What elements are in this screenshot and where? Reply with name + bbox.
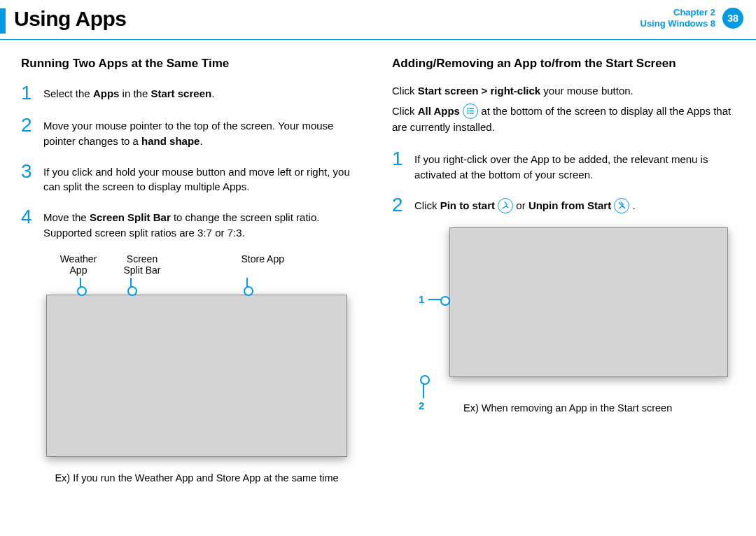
text: If you click and hold your mouse button … bbox=[43, 162, 364, 195]
page-header: Using Apps Chapter 2 Using Windows 8 38 bbox=[0, 0, 756, 39]
label-store: Store App bbox=[241, 253, 285, 265]
text: . bbox=[633, 199, 636, 211]
text: in the bbox=[119, 87, 150, 99]
page-title: Using Apps bbox=[14, 7, 127, 31]
page-number-badge: 38 bbox=[722, 8, 743, 29]
pin-icon bbox=[498, 198, 513, 213]
callout-pointer bbox=[80, 278, 81, 293]
svg-point-2 bbox=[468, 111, 468, 111]
header-meta: Chapter 2 Using Windows 8 38 bbox=[640, 7, 744, 30]
callout-pointer bbox=[130, 278, 132, 293]
callout-number-2: 2 bbox=[419, 400, 424, 411]
chapter-label: Chapter 2 bbox=[640, 7, 716, 18]
unpin-icon bbox=[614, 198, 629, 213]
text: Click bbox=[414, 199, 440, 211]
figure-caption: Ex) When removing an App in the Start sc… bbox=[463, 402, 728, 414]
text: . bbox=[200, 135, 202, 147]
label-split-l1: Screen bbox=[127, 253, 158, 265]
bold: Pin to start bbox=[440, 199, 495, 211]
bold: Unpin from Start bbox=[528, 199, 611, 211]
left-step-1: 1 Select the Apps in the Start screen. bbox=[21, 83, 364, 103]
right-column: Adding/Removing an App to/from the Start… bbox=[392, 57, 735, 484]
callout-pointer bbox=[423, 379, 424, 398]
step-number: 4 bbox=[21, 207, 36, 241]
left-step-3: 3 If you click and hold your mouse butto… bbox=[21, 162, 364, 195]
bold: Screen Split Bar bbox=[90, 211, 171, 223]
bold: hand shape bbox=[141, 135, 200, 147]
callout-pointer bbox=[428, 299, 447, 300]
text: your mouse button. bbox=[540, 85, 634, 97]
text: If you right-click over the App to be ad… bbox=[414, 149, 735, 183]
right-step-2: 2 Click Pin to start or Unpin from Start… bbox=[392, 195, 735, 215]
callout-pointer bbox=[246, 278, 248, 293]
right-step-1: 1 If you right-click over the App to be … bbox=[392, 149, 735, 183]
screenshot-placeholder bbox=[46, 295, 347, 457]
step-number: 1 bbox=[392, 149, 407, 183]
text: or bbox=[516, 199, 528, 211]
step-number: 2 bbox=[21, 115, 36, 149]
text: . bbox=[211, 87, 214, 99]
screenshot-placeholder bbox=[449, 227, 728, 377]
step-number: 3 bbox=[21, 162, 36, 195]
callout-number-1: 1 bbox=[419, 293, 424, 305]
right-heading: Adding/Removing an App to/from the Start… bbox=[392, 57, 735, 71]
all-apps-icon bbox=[463, 104, 478, 119]
bold: Apps bbox=[93, 87, 120, 99]
left-step-4: 4 Move the Screen Split Bar to change th… bbox=[21, 207, 364, 241]
figure-start-screen: 1 2 Ex) When removing an App in the Star… bbox=[416, 227, 735, 414]
label-weather-l2: App bbox=[70, 265, 88, 276]
step-number: 2 bbox=[392, 195, 407, 215]
left-heading: Running Two Apps at the Same Time bbox=[21, 57, 364, 71]
bold: Start screen > right-click bbox=[418, 85, 541, 97]
text: Click bbox=[392, 105, 418, 117]
left-step-2: 2 Move your mouse pointer to the top of … bbox=[21, 115, 364, 149]
label-split-l2: Split Bar bbox=[124, 265, 161, 276]
figure-split-screen: Weather App Screen Split Bar Store App E… bbox=[46, 253, 354, 484]
text: Select the bbox=[43, 87, 93, 99]
label-weather-l1: Weather bbox=[60, 253, 97, 265]
step-number: 1 bbox=[21, 83, 36, 103]
text: Move the bbox=[43, 211, 90, 223]
svg-point-4 bbox=[468, 113, 468, 113]
figure-caption: Ex) If you run the Weather App and Store… bbox=[46, 472, 347, 484]
left-column: Running Two Apps at the Same Time 1 Sele… bbox=[21, 57, 364, 484]
svg-point-0 bbox=[468, 108, 468, 109]
bold: Start screen bbox=[150, 87, 211, 99]
text: Click bbox=[392, 85, 418, 97]
bold: All Apps bbox=[418, 105, 460, 117]
accent-bar bbox=[0, 8, 6, 34]
section-label: Using Windows 8 bbox=[640, 18, 716, 29]
